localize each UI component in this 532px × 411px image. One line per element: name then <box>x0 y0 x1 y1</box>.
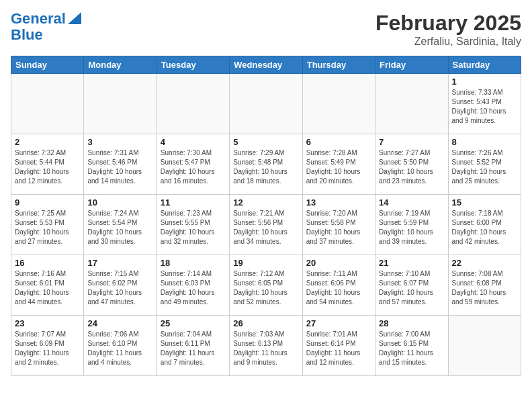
day-info: Sunrise: 7:18 AM Sunset: 6:00 PM Dayligh… <box>452 209 517 246</box>
day-info: Sunrise: 7:10 AM Sunset: 6:07 PM Dayligh… <box>379 269 444 307</box>
day-info: Sunrise: 7:11 AM Sunset: 6:06 PM Dayligh… <box>306 269 371 307</box>
day-number: 5 <box>233 137 298 147</box>
calendar-cell <box>448 316 521 376</box>
weekday-header-tuesday: Tuesday <box>157 56 229 74</box>
svg-marker-0 <box>68 12 81 24</box>
day-info: Sunrise: 7:27 AM Sunset: 5:50 PM Dayligh… <box>379 148 444 186</box>
weekday-header-saturday: Saturday <box>448 56 521 74</box>
calendar-cell: 6Sunrise: 7:28 AM Sunset: 5:49 PM Daylig… <box>302 134 375 195</box>
day-info: Sunrise: 7:16 AM Sunset: 6:01 PM Dayligh… <box>15 269 80 307</box>
day-info: Sunrise: 7:04 AM Sunset: 6:11 PM Dayligh… <box>161 330 226 367</box>
day-info: Sunrise: 7:29 AM Sunset: 5:48 PM Dayligh… <box>233 148 298 186</box>
calendar-cell: 16Sunrise: 7:16 AM Sunset: 6:01 PM Dayli… <box>11 255 84 316</box>
calendar-cell: 15Sunrise: 7:18 AM Sunset: 6:00 PM Dayli… <box>448 195 521 255</box>
calendar-cell: 17Sunrise: 7:15 AM Sunset: 6:02 PM Dayli… <box>84 255 157 316</box>
calendar-cell: 4Sunrise: 7:30 AM Sunset: 5:47 PM Daylig… <box>157 134 229 195</box>
calendar-cell: 7Sunrise: 7:27 AM Sunset: 5:50 PM Daylig… <box>375 134 448 195</box>
weekday-row: SundayMondayTuesdayWednesdayThursdayFrid… <box>11 56 521 74</box>
calendar-cell: 25Sunrise: 7:04 AM Sunset: 6:11 PM Dayli… <box>157 316 229 376</box>
weekday-header-wednesday: Wednesday <box>230 56 302 74</box>
day-info: Sunrise: 7:06 AM Sunset: 6:10 PM Dayligh… <box>87 330 152 367</box>
calendar-week-5: 23Sunrise: 7:07 AM Sunset: 6:09 PM Dayli… <box>11 316 521 376</box>
calendar-cell: 19Sunrise: 7:12 AM Sunset: 6:05 PM Dayli… <box>230 255 302 316</box>
day-number: 12 <box>233 197 298 208</box>
title-area: February 2025 Zerfaliu, Sardinia, Italy <box>375 11 521 48</box>
calendar-cell <box>11 74 84 134</box>
day-number: 14 <box>379 197 444 208</box>
calendar-cell: 20Sunrise: 7:11 AM Sunset: 6:06 PM Dayli… <box>302 255 375 316</box>
calendar-week-2: 2Sunrise: 7:32 AM Sunset: 5:44 PM Daylig… <box>11 134 521 195</box>
day-number: 21 <box>379 258 444 268</box>
calendar-cell <box>230 74 302 134</box>
day-info: Sunrise: 7:23 AM Sunset: 5:55 PM Dayligh… <box>161 209 226 246</box>
calendar-cell: 22Sunrise: 7:08 AM Sunset: 6:08 PM Dayli… <box>448 255 521 316</box>
day-number: 23 <box>15 318 80 328</box>
day-info: Sunrise: 7:00 AM Sunset: 6:15 PM Dayligh… <box>379 330 444 367</box>
day-number: 26 <box>233 318 298 328</box>
day-number: 17 <box>87 258 152 268</box>
day-info: Sunrise: 7:01 AM Sunset: 6:14 PM Dayligh… <box>306 330 371 367</box>
calendar-body: 1Sunrise: 7:33 AM Sunset: 5:43 PM Daylig… <box>11 74 521 376</box>
calendar-cell: 9Sunrise: 7:25 AM Sunset: 5:53 PM Daylig… <box>11 195 84 255</box>
day-info: Sunrise: 7:03 AM Sunset: 6:13 PM Dayligh… <box>233 330 298 367</box>
day-info: Sunrise: 7:25 AM Sunset: 5:53 PM Dayligh… <box>15 209 80 246</box>
calendar-header: SundayMondayTuesdayWednesdayThursdayFrid… <box>11 56 521 74</box>
day-info: Sunrise: 7:24 AM Sunset: 5:54 PM Dayligh… <box>87 209 152 246</box>
calendar-cell: 10Sunrise: 7:24 AM Sunset: 5:54 PM Dayli… <box>84 195 157 255</box>
calendar-cell <box>302 74 375 134</box>
calendar-table: SundayMondayTuesdayWednesdayThursdayFrid… <box>11 56 521 376</box>
day-number: 24 <box>87 318 152 328</box>
day-number: 27 <box>306 318 371 328</box>
day-info: Sunrise: 7:21 AM Sunset: 5:56 PM Dayligh… <box>233 209 298 246</box>
calendar-cell: 5Sunrise: 7:29 AM Sunset: 5:48 PM Daylig… <box>230 134 302 195</box>
calendar-cell: 1Sunrise: 7:33 AM Sunset: 5:43 PM Daylig… <box>448 74 521 134</box>
calendar-week-1: 1Sunrise: 7:33 AM Sunset: 5:43 PM Daylig… <box>11 74 521 134</box>
day-info: Sunrise: 7:20 AM Sunset: 5:58 PM Dayligh… <box>306 209 371 246</box>
logo-text-line1: General <box>11 11 66 27</box>
logo: General Blue <box>11 11 81 43</box>
day-info: Sunrise: 7:33 AM Sunset: 5:43 PM Dayligh… <box>452 88 517 126</box>
calendar-cell: 18Sunrise: 7:14 AM Sunset: 6:03 PM Dayli… <box>157 255 229 316</box>
day-info: Sunrise: 7:30 AM Sunset: 5:47 PM Dayligh… <box>161 148 226 186</box>
calendar-cell: 21Sunrise: 7:10 AM Sunset: 6:07 PM Dayli… <box>375 255 448 316</box>
day-info: Sunrise: 7:19 AM Sunset: 5:59 PM Dayligh… <box>379 209 444 246</box>
day-info: Sunrise: 7:12 AM Sunset: 6:05 PM Dayligh… <box>233 269 298 307</box>
calendar-cell: 12Sunrise: 7:21 AM Sunset: 5:56 PM Dayli… <box>230 195 302 255</box>
calendar-cell: 28Sunrise: 7:00 AM Sunset: 6:15 PM Dayli… <box>375 316 448 376</box>
day-info: Sunrise: 7:32 AM Sunset: 5:44 PM Dayligh… <box>15 148 80 186</box>
calendar-cell <box>375 74 448 134</box>
day-number: 20 <box>306 258 371 268</box>
day-number: 18 <box>161 258 226 268</box>
weekday-header-sunday: Sunday <box>11 56 84 74</box>
day-number: 10 <box>87 197 152 208</box>
day-number: 4 <box>161 137 226 147</box>
day-number: 28 <box>379 318 444 328</box>
calendar-cell: 3Sunrise: 7:31 AM Sunset: 5:46 PM Daylig… <box>84 134 157 195</box>
weekday-header-friday: Friday <box>375 56 448 74</box>
page-header: General Blue February 2025 Zerfaliu, Sar… <box>11 11 521 48</box>
calendar-cell <box>157 74 229 134</box>
calendar-cell: 2Sunrise: 7:32 AM Sunset: 5:44 PM Daylig… <box>11 134 84 195</box>
logo-text-line2: Blue <box>11 27 43 43</box>
day-number: 15 <box>452 197 517 208</box>
day-number: 7 <box>379 137 444 147</box>
day-number: 13 <box>306 197 371 208</box>
calendar-week-4: 16Sunrise: 7:16 AM Sunset: 6:01 PM Dayli… <box>11 255 521 316</box>
day-info: Sunrise: 7:28 AM Sunset: 5:49 PM Dayligh… <box>306 148 371 186</box>
day-number: 16 <box>15 258 80 268</box>
day-info: Sunrise: 7:08 AM Sunset: 6:08 PM Dayligh… <box>452 269 517 307</box>
day-info: Sunrise: 7:14 AM Sunset: 6:03 PM Dayligh… <box>161 269 226 307</box>
day-number: 9 <box>15 197 80 208</box>
day-number: 8 <box>452 137 517 147</box>
calendar-cell: 14Sunrise: 7:19 AM Sunset: 5:59 PM Dayli… <box>375 195 448 255</box>
calendar-cell: 26Sunrise: 7:03 AM Sunset: 6:13 PM Dayli… <box>230 316 302 376</box>
day-number: 22 <box>452 258 517 268</box>
calendar-cell: 23Sunrise: 7:07 AM Sunset: 6:09 PM Dayli… <box>11 316 84 376</box>
day-number: 3 <box>87 137 152 147</box>
calendar-cell: 27Sunrise: 7:01 AM Sunset: 6:14 PM Dayli… <box>302 316 375 376</box>
day-number: 2 <box>15 137 80 147</box>
weekday-header-thursday: Thursday <box>302 56 375 74</box>
calendar-cell: 11Sunrise: 7:23 AM Sunset: 5:55 PM Dayli… <box>157 195 229 255</box>
calendar-cell: 8Sunrise: 7:26 AM Sunset: 5:52 PM Daylig… <box>448 134 521 195</box>
calendar-week-3: 9Sunrise: 7:25 AM Sunset: 5:53 PM Daylig… <box>11 195 521 255</box>
